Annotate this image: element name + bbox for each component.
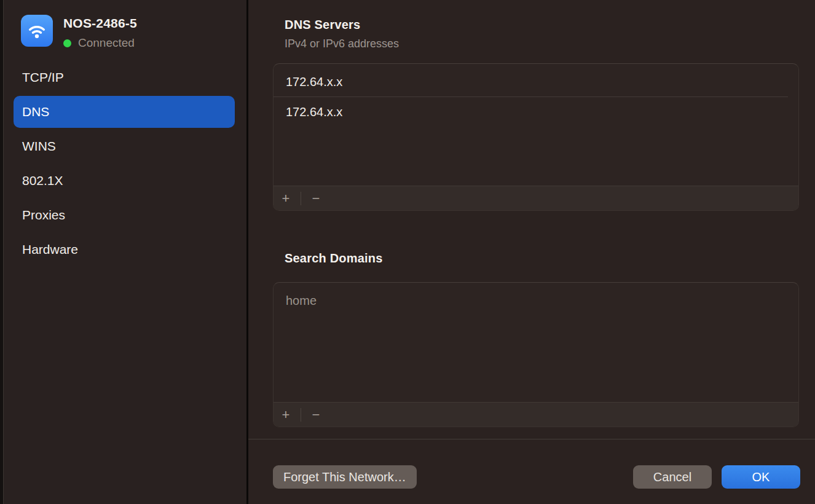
network-header: NOS-2486-5 Connected (21, 15, 137, 50)
add-search-domain-button[interactable]: + (274, 403, 298, 427)
dns-servers-list-toolbar: + − (274, 186, 798, 210)
footer-divider (248, 439, 815, 439)
sidebar: NOS-2486-5 Connected TCP/IP DNS WINS 802… (4, 0, 246, 504)
search-domains-list: home + − (273, 282, 799, 427)
dns-servers-list: 172.64.x.x 172.64.x.x + − (273, 63, 799, 211)
network-name: NOS-2486-5 (63, 16, 137, 31)
toolbar-separator (301, 192, 301, 205)
add-dns-server-button[interactable]: + (274, 187, 298, 210)
connection-status: Connected (78, 36, 135, 50)
dns-server-entry[interactable]: 172.64.x.x (274, 67, 788, 97)
toolbar-separator (301, 408, 301, 422)
network-settings-sheet: NOS-2486-5 Connected TCP/IP DNS WINS 802… (0, 0, 815, 504)
search-domains-list-toolbar: + − (274, 402, 798, 427)
sidebar-item-hardware[interactable]: Hardware (14, 234, 235, 266)
wifi-icon (21, 15, 53, 47)
forget-network-button[interactable]: Forget This Network… (273, 465, 417, 489)
dns-servers-title: DNS Servers (285, 18, 360, 32)
sidebar-item-dns[interactable]: DNS (14, 96, 235, 128)
dns-server-entry[interactable]: 172.64.x.x (274, 97, 798, 127)
settings-nav: TCP/IP DNS WINS 802.1X Proxies Hardware (4, 61, 246, 268)
remove-dns-server-button[interactable]: − (304, 187, 328, 210)
dns-settings-pane: DNS Servers IPv4 or IPv6 addresses 172.6… (248, 0, 815, 504)
search-domains-title: Search Domains (285, 251, 383, 266)
search-domain-entry[interactable]: home (274, 286, 798, 316)
dns-servers-subtitle: IPv4 or IPv6 addresses (285, 37, 399, 50)
remove-search-domain-button[interactable]: − (304, 403, 328, 427)
sidebar-item-8021x[interactable]: 802.1X (14, 165, 235, 197)
sidebar-item-proxies[interactable]: Proxies (14, 199, 235, 231)
cancel-button[interactable]: Cancel (633, 465, 712, 489)
ok-button[interactable]: OK (722, 465, 800, 489)
connected-status-dot (63, 39, 71, 47)
sidebar-item-tcpip[interactable]: TCP/IP (14, 61, 235, 93)
sidebar-item-wins[interactable]: WINS (14, 130, 235, 162)
